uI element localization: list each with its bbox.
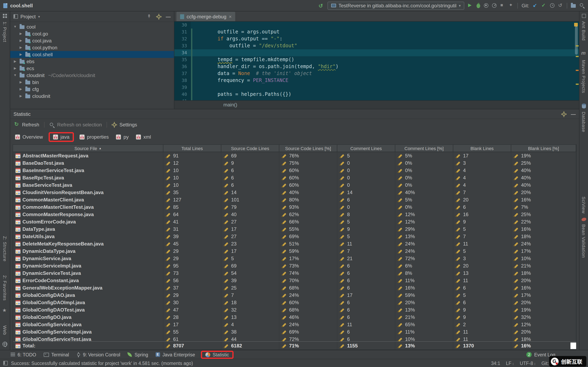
chevron-right-icon[interactable]: ▶ [18, 80, 23, 84]
tool-button-database[interactable]: Database [581, 112, 586, 132]
table-row[interactable]: BaseServiceTest.java10660%00%440% [13, 182, 576, 189]
run-button[interactable] [468, 3, 473, 8]
tree-item-cool-go[interactable]: ▶cool.go [10, 30, 174, 37]
chevron-right-icon[interactable]: ▶ [18, 46, 23, 49]
column-header-blank-lines[interactable]: Blank Lines [%] [511, 145, 576, 152]
settings-button[interactable]: Settings [112, 122, 137, 128]
collapse-all-icon[interactable] [147, 14, 152, 19]
table-row[interactable]: BaseRpcTest.java10660%00%440% [13, 174, 576, 182]
history-button[interactable] [550, 3, 554, 8]
code-area[interactable]: 3031 outfile = args.output32 if args.out… [174, 22, 579, 100]
table-row[interactable]: GlobalConfigServiceImpl.java553869%611%1… [13, 328, 576, 336]
code-line-37[interactable]: 37 data = None # the 'init' object [174, 70, 579, 77]
table-row[interactable]: AbstractMasterRequest.java916976%55%1719… [13, 152, 576, 159]
code-line-40[interactable]: 40 paths = helpers.Paths({}) [174, 91, 579, 98]
table-row[interactable]: CloudinitVersionRequestBean.java351440%1… [13, 189, 576, 196]
code-line-39[interactable]: 39 [174, 84, 579, 91]
code-line-31[interactable]: 31 outfile = args.output [174, 29, 579, 35]
build-icon[interactable] [319, 3, 324, 8]
tree-item-cool-shell[interactable]: ▶cool.shell [10, 51, 174, 58]
code-line-32[interactable]: 32 if args.output == "-": [174, 35, 579, 42]
inspect-button[interactable] [509, 3, 514, 8]
table-row[interactable]: GlobalConfigDAOTest.java473268%613%919% [13, 306, 576, 314]
column-header-comment-lines[interactable]: Comment Lines [337, 145, 395, 152]
debug-button[interactable] [477, 3, 480, 8]
table-row[interactable]: BaseInnerServiceTest.java10660%00%440% [13, 167, 576, 174]
chevron-down-icon[interactable]: ▼ [13, 25, 17, 29]
table-row[interactable]: GlobalConfigDAO.java29724%1759%517% [13, 292, 576, 299]
breadcrumb[interactable]: main() [174, 100, 579, 109]
line-ending-indicator[interactable]: LF↕ [506, 361, 514, 366]
breadcrumb-item[interactable]: main() [223, 102, 237, 108]
table-row[interactable]: CommonMasterResponse.java644062%812%1625… [13, 211, 576, 218]
coverage-button[interactable] [484, 3, 489, 8]
caret-position[interactable]: 34:1 [491, 361, 500, 366]
code-line-36[interactable]: 36 handler_dir = os.path.join(tempd, "hd… [174, 63, 579, 70]
chevron-right-icon[interactable]: ▶ [13, 59, 17, 63]
table-row[interactable]: DateUtils.java392769%513%718% [13, 233, 576, 240]
table-row[interactable]: CustomErrorCode.java412766%512%922% [13, 218, 576, 225]
column-header-source-code-lines[interactable]: Source Code Lines [%] [279, 145, 337, 152]
table-row[interactable]: ErrorCodeConstant.java563970%611%1120% [13, 277, 576, 284]
tab-properties[interactable]: properties [80, 134, 109, 140]
refresh-button[interactable]: Refresh [14, 122, 39, 128]
table-row[interactable]: DynamicService.java29517%2172%310% [13, 255, 576, 262]
tool-button-1-project[interactable]: 1: Project [2, 22, 7, 42]
tool-button-bean-validation[interactable]: Bean Validation [581, 224, 586, 258]
code-line-34[interactable]: 34 [174, 49, 579, 56]
table-row[interactable]: GlobalConfigService.java17424%1165%212% [13, 321, 576, 328]
run-config-select[interactable]: TestReverse in gitlab.alibaba-inc.com/co… [328, 1, 465, 9]
table-row[interactable]: DeleteMetaKeyResponseBean.java452351%112… [13, 240, 576, 248]
table-row[interactable]: DynamicServiceImpl.java956973%66%2021% [13, 262, 576, 269]
rollback-button[interactable] [558, 3, 563, 8]
tool-button-sciview[interactable]: SciView [581, 197, 586, 214]
refresh-on-selection-button[interactable]: Refresh on selection [49, 122, 102, 128]
tree-item-cloudinit[interactable]: ▶cloudinit [10, 92, 174, 100]
code-line-33[interactable]: 33 outfile = "/dev/stdout" [174, 42, 579, 49]
gear-icon[interactable] [562, 111, 566, 117]
statusbar-item-9-version-control[interactable]: 9: Version Control [76, 352, 120, 357]
tool-window-switcher-icon[interactable] [3, 361, 8, 365]
editor-scrollbar[interactable] [575, 23, 578, 99]
code-line-41[interactable]: 41 [174, 98, 579, 100]
column-header-total-lines[interactable]: Total Lines [163, 145, 221, 152]
chevron-right-icon[interactable]: ▶ [13, 67, 17, 70]
search-everywhere-button[interactable] [579, 3, 585, 8]
table-row[interactable]: GlobalConfigDO.java281346%621%932% [13, 314, 576, 321]
table-row[interactable]: BaseDaoTest.java12975%00%325% [13, 159, 576, 167]
table-row[interactable]: CommonMasterClientTest.java857993%00%67% [13, 203, 576, 211]
table-row[interactable]: GlobalConfigServiceTest.java614472%610%1… [13, 336, 576, 341]
git-update-button[interactable] [533, 3, 538, 8]
chevron-down-icon[interactable]: ▼ [13, 73, 17, 77]
column-header-source-file[interactable]: Source File▲ [13, 145, 163, 152]
gear-icon[interactable] [156, 14, 161, 19]
table-row[interactable]: DynamicDataType.java291759%724%517% [13, 248, 576, 255]
minimize-icon[interactable]: — [166, 14, 171, 19]
table-row[interactable]: DataType.java311755%929%516% [13, 225, 576, 233]
column-header-blank-lines[interactable]: Blank Lines [453, 145, 511, 152]
tool-button-maven-projects[interactable]: Maven Projects [581, 60, 586, 93]
tool-button-web[interactable]: Web [2, 325, 7, 335]
git-commit-button[interactable] [541, 3, 546, 8]
table-row[interactable]: DynamicServiceTest.java735474%68%1318% [13, 269, 576, 277]
statusbar-item-statistic[interactable]: Statistic [205, 352, 229, 357]
tab-xml[interactable]: xml [136, 134, 151, 140]
chevron-right-icon[interactable]: ▶ [18, 32, 23, 35]
stop-button[interactable] [501, 3, 505, 8]
statusbar-item-terminal[interactable]: Terminal [43, 352, 69, 357]
minimize-icon[interactable]: — [571, 111, 576, 117]
tab-overview[interactable]: Overview [15, 134, 43, 140]
encoding-indicator[interactable]: UTF-8↕ [520, 361, 536, 366]
tree-item-cloudinit[interactable]: ▼cloudinit~/Code/work/cloudinit [10, 72, 174, 79]
chevron-right-icon[interactable]: ▶ [18, 39, 23, 42]
tool-button-2-favorites[interactable]: 2: Favorites [2, 275, 7, 301]
scrollbar-thumb[interactable] [575, 26, 578, 55]
tree-item-cool[interactable]: ▼cool [10, 23, 174, 30]
statusbar-item-spring[interactable]: Spring [128, 352, 148, 357]
profiler-button[interactable] [492, 3, 497, 8]
code-line-35[interactable]: 35 tempd = tempfile.mkdtemp() [174, 56, 579, 63]
tool-button-ant-build[interactable]: Ant Build [581, 21, 586, 41]
code-line-30[interactable]: 30 [174, 22, 579, 29]
statusbar-item-6-todo[interactable]: 6: TODO [11, 352, 36, 357]
tree-item-ecs[interactable]: ▶ecs [10, 65, 174, 72]
